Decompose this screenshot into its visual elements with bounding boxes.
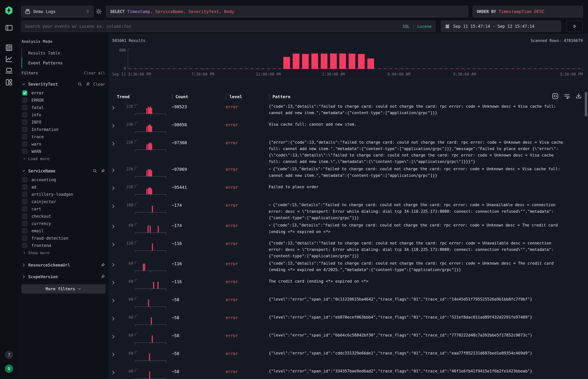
dashboards-icon[interactable] [5, 78, 13, 86]
expand-row-chevron-icon[interactable] [111, 224, 117, 229]
checkbox-unchecked[interactable] [22, 185, 27, 190]
source-selector[interactable]: Demo Logs [21, 6, 93, 17]
filter-option[interactable]: checkout [21, 213, 105, 220]
table-row[interactable]: 60 ~116 error The credit card (ending <*… [109, 277, 588, 295]
table-row[interactable]: 60 ~58 error {"level":"error","span_id":… [109, 349, 588, 367]
table-row[interactable]: 60 ~58 error {"level":"error","span_id":… [109, 367, 588, 379]
language-toggle-lucene[interactable]: Lucene [417, 24, 432, 29]
filter-option[interactable]: fraud-detection [21, 235, 105, 242]
checkbox-unchecked[interactable] [22, 142, 27, 146]
table-row[interactable]: 22K ~97360 error {"error":{"code":13,"de… [109, 138, 588, 165]
search-icon[interactable] [77, 82, 82, 86]
column-drag-handle[interactable] [172, 94, 172, 100]
search-input[interactable]: Search your events w/ Lucene ex. column:… [21, 21, 435, 32]
pattern-text[interactable]: ×{"code":13,"details":"failed to charge … [269, 202, 567, 221]
checkbox-unchecked[interactable] [22, 98, 27, 103]
checkbox-unchecked[interactable] [22, 112, 27, 117]
client-sessions-icon[interactable] [5, 66, 13, 75]
clear-filter-link[interactable]: Clear [93, 82, 105, 86]
checkbox-unchecked[interactable] [22, 120, 27, 125]
date-range-picker[interactable]: Sep 11 15:47:14 - Sep 12 15:47:14 [441, 21, 561, 32]
checkbox-unchecked[interactable] [22, 199, 27, 204]
pattern-text[interactable]: {"level":"error","span_id":"0c11220615ba… [269, 296, 567, 302]
event-logs-icon[interactable] [5, 44, 13, 52]
pattern-text[interactable]: {"code":13,"details":"failed to charge c… [269, 260, 567, 273]
filter-option[interactable]: email [21, 227, 105, 235]
filter-option[interactable]: ERROR [21, 96, 105, 104]
checkbox-unchecked[interactable] [22, 177, 27, 182]
table-row[interactable]: 24K ~98058 error Visa cache full: cannot… [109, 120, 588, 138]
filter-option[interactable]: ad [21, 183, 105, 191]
pattern-text[interactable]: The credit card (ending <*> expired on <… [269, 278, 567, 284]
expand-row-chevron-icon[interactable] [111, 124, 117, 128]
filter-option[interactable]: WARN [21, 148, 105, 155]
expand-row-chevron-icon[interactable] [111, 352, 117, 357]
pattern-text[interactable]: {"level":"error","span_id":"cddc331329e6… [269, 350, 567, 356]
pattern-text[interactable]: {"code":13,"details":"failed to charge c… [269, 103, 567, 116]
run-query-button[interactable] [566, 21, 583, 32]
checkbox-unchecked[interactable] [22, 134, 27, 139]
search-icon[interactable] [93, 169, 97, 173]
filter-group-severitytext[interactable]: SeverityText Clear [21, 81, 105, 87]
checkbox-unchecked[interactable] [22, 127, 27, 132]
filter-option[interactable]: trace [21, 133, 105, 141]
checkbox-checked[interactable] [22, 90, 27, 95]
checkbox-unchecked[interactable] [22, 236, 27, 241]
table-row[interactable]: 60 ~58 error {"level":"error","span_id":… [109, 313, 588, 331]
load-more-link[interactable]: Load more [21, 155, 105, 162]
column-header-level[interactable]: level [230, 94, 242, 99]
pattern-text[interactable]: {"level":"error","span_id":"eb870ecef063… [269, 314, 567, 320]
filter-group-resourceschemaurl[interactable]: ResourceSchemaUrl [21, 262, 105, 268]
checkbox-unchecked[interactable] [22, 105, 27, 110]
filter-option[interactable]: fatal [21, 104, 105, 111]
pattern-text[interactable]: {"level":"error","span_id":"334357bae9ed… [269, 368, 567, 374]
table-row[interactable]: 60 ~116 error {"code":13,"details":"fail… [109, 259, 588, 277]
checkbox-unchecked[interactable] [22, 206, 27, 211]
table-row[interactable]: 180 ~174 error ×{"code":13,"details":"fa… [109, 201, 588, 221]
wrap-text-icon[interactable] [564, 93, 570, 99]
column-header-trend[interactable]: Trend [117, 94, 130, 99]
expand-row-chevron-icon[interactable] [111, 262, 117, 267]
expand-row-chevron-icon[interactable] [111, 298, 117, 303]
pattern-text[interactable]: ×{"code":13,"details":"failed to charge … [269, 166, 567, 179]
clear-all-link[interactable]: Clear all [84, 71, 105, 75]
pattern-text[interactable]: {"error":{"code":13,"details":"failed to… [269, 139, 567, 165]
filter-option[interactable]: accounting [21, 176, 105, 183]
pattern-text[interactable]: Failed to place order [269, 184, 567, 190]
table-row[interactable]: 60 ~174 error ×{"code":13,"details":"fai… [109, 221, 588, 239]
expand-row-chevron-icon[interactable] [111, 334, 117, 339]
checkbox-unchecked[interactable] [22, 221, 27, 226]
filter-option[interactable]: cart [21, 205, 105, 213]
column-header-count[interactable]: Count [175, 94, 188, 99]
checkbox-unchecked[interactable] [22, 192, 27, 197]
user-avatar[interactable]: U [5, 364, 13, 373]
filter-option[interactable]: cainjector [21, 198, 105, 205]
expand-row-chevron-icon[interactable] [111, 316, 117, 321]
table-row[interactable]: 22K ~97069 error ×{"code":13,"details":"… [109, 165, 588, 183]
source-settings-gear-icon[interactable] [95, 8, 102, 15]
expand-row-chevron-icon[interactable] [111, 186, 117, 191]
language-toggle-sql[interactable]: SQL [402, 24, 410, 29]
pattern-text[interactable]: {"code":13,"details":"failed to charge c… [269, 240, 567, 259]
mode-event-patterns[interactable]: Event Patterns [21, 58, 105, 68]
table-row[interactable]: 22K ~95441 error Failed to place order [109, 183, 588, 201]
checkbox-unchecked[interactable] [22, 228, 27, 233]
filter-group-scopeversion[interactable]: ScopeVersion [21, 274, 105, 280]
hyperdx-logo-icon[interactable] [4, 6, 14, 15]
column-header-pattern[interactable]: Pattern [273, 94, 290, 99]
download-icon[interactable] [575, 93, 582, 99]
pattern-text[interactable]: {"level":"error","span_id":"6b64c6c58842… [269, 332, 567, 338]
table-row[interactable]: 60 ~58 error {"level":"error","span_id":… [109, 295, 588, 313]
table-row[interactable]: 22K ~98523 error {"code":13,"details":"f… [109, 102, 588, 120]
expand-row-chevron-icon[interactable] [111, 242, 117, 247]
column-drag-handle[interactable] [269, 94, 270, 100]
more-filters-button[interactable]: More filters [21, 284, 106, 294]
pin-icon[interactable] [85, 82, 90, 86]
pin-icon[interactable] [100, 274, 105, 279]
filter-option[interactable]: frontend [21, 242, 105, 249]
expand-row-chevron-icon[interactable] [111, 204, 117, 209]
filter-option[interactable]: currency [21, 220, 105, 227]
chart-explorer-icon[interactable] [5, 55, 13, 63]
checkbox-unchecked[interactable] [22, 214, 27, 219]
filter-option[interactable]: artillery-loadgen [21, 191, 105, 198]
